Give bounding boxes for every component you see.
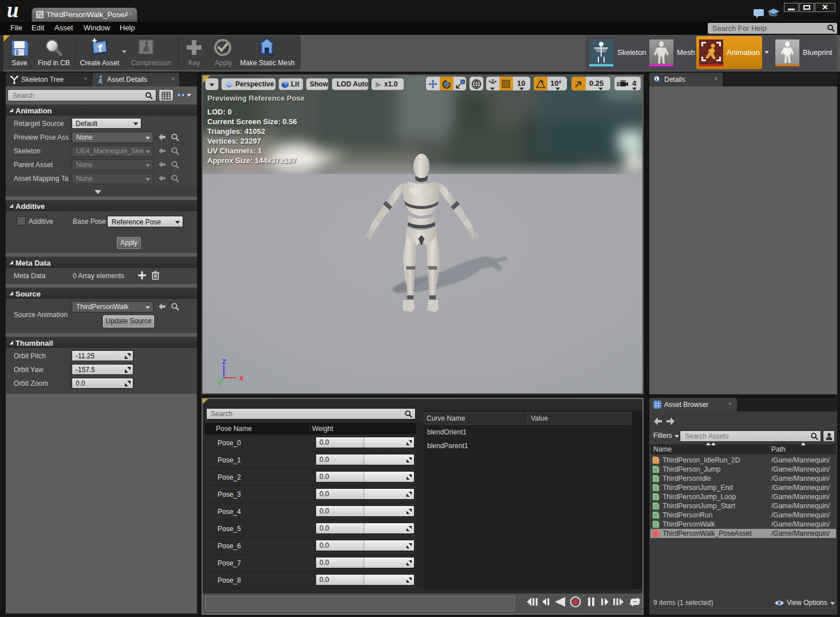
svg-text:y: y	[218, 380, 221, 386]
svg-text:X: X	[239, 375, 244, 382]
svg-text:Z: Z	[222, 358, 226, 365]
